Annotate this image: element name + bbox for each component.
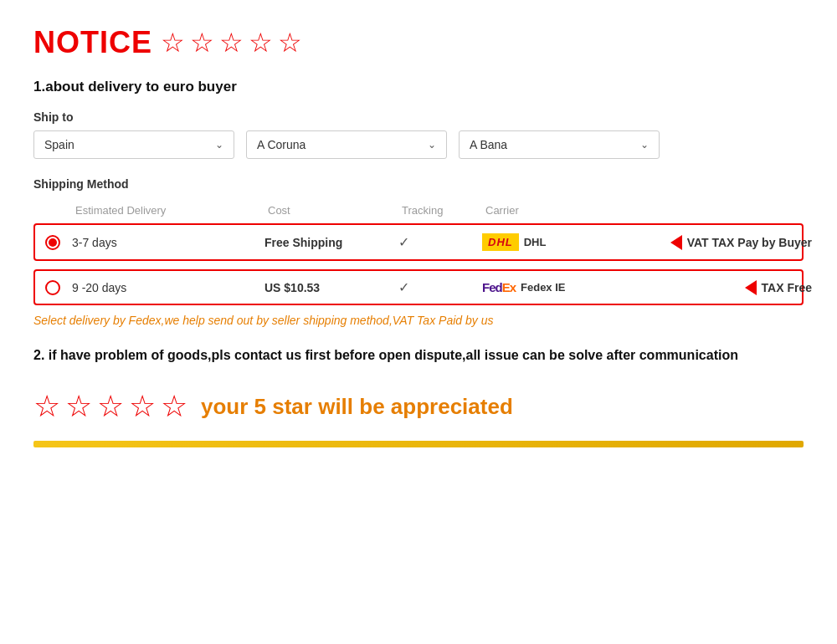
- radio-fedex[interactable]: [45, 280, 60, 295]
- dhl-logo: DHL: [482, 233, 519, 251]
- header-star-4: ☆: [249, 27, 273, 59]
- dhl-tracking-check: ✓: [398, 234, 482, 250]
- gold-bar: [33, 441, 804, 447]
- fedex-cost: US $10.53: [264, 281, 398, 294]
- header-stars: ☆ ☆ ☆ ☆ ☆: [161, 27, 302, 59]
- bottom-star-1: ☆: [33, 389, 60, 424]
- country-value: Spain: [44, 138, 74, 151]
- table-header: Estimated Delivery Cost Tracking Carrier: [33, 201, 804, 220]
- region-value: A Coruna: [257, 138, 306, 151]
- fedex-tracking-check: ✓: [398, 279, 482, 295]
- col-tracking: Tracking: [402, 204, 485, 217]
- header-star-1: ☆: [161, 27, 185, 59]
- fedex-days: 9 -20 days: [72, 281, 264, 294]
- fedex-carrier: FedEx Fedex IE: [482, 280, 616, 294]
- fedex-annotation: TAX Free: [745, 280, 812, 295]
- dhl-annotation-text: VAT TAX Pay by Buyer: [687, 236, 812, 249]
- fedex-annotation-text: TAX Free: [762, 281, 812, 294]
- header-star-5: ☆: [278, 27, 302, 59]
- dhl-days: 3-7 days: [72, 236, 264, 249]
- dhl-carrier: DHL DHL: [482, 233, 616, 251]
- dropdowns-row: Spain ⌄ A Coruna ⌄ A Bana ⌄: [33, 130, 804, 159]
- bottom-section: ☆ ☆ ☆ ☆ ☆ your 5 star will be appreciate…: [33, 389, 804, 424]
- shipping-notice-text: Select delivery by Fedex,we help send ou…: [33, 314, 804, 327]
- bottom-star-5: ☆: [161, 389, 187, 424]
- dhl-annotation: VAT TAX Pay by Buyer: [670, 235, 812, 250]
- bottom-star-2: ☆: [65, 389, 92, 424]
- city-dropdown[interactable]: A Bana ⌄: [459, 130, 660, 159]
- notice-title: NOTICE: [33, 25, 152, 60]
- bottom-star-4: ☆: [129, 389, 156, 424]
- fedex-logo: FedEx: [482, 280, 516, 294]
- dhl-cost: Free Shipping: [264, 236, 398, 249]
- fedex-carrier-name: Fedex IE: [521, 281, 565, 294]
- shipping-rows-container: 3-7 days Free Shipping ✓ DHL DHL VAT TAX…: [33, 223, 804, 305]
- header-star-2: ☆: [190, 27, 214, 59]
- dhl-carrier-name: DHL: [524, 236, 547, 248]
- col-cost: Cost: [268, 204, 402, 217]
- section1-heading: 1.about delivery to euro buyer: [33, 79, 804, 95]
- radio-dhl[interactable]: [45, 235, 60, 250]
- star-appreciation-text: your 5 star will be appreciated: [201, 394, 513, 420]
- dhl-arrow-icon: [670, 235, 682, 250]
- notice-header: NOTICE ☆ ☆ ☆ ☆ ☆: [33, 25, 804, 60]
- header-star-3: ☆: [219, 27, 244, 59]
- country-dropdown[interactable]: Spain ⌄: [33, 130, 234, 159]
- col-carrier: Carrier: [485, 204, 636, 217]
- country-chevron-icon: ⌄: [215, 139, 223, 151]
- fedex-row-inner: 9 -20 days US $10.53 ✓ FedEx Fedex IE: [72, 279, 792, 295]
- region-dropdown[interactable]: A Coruna ⌄: [246, 130, 447, 159]
- city-chevron-icon: ⌄: [640, 139, 649, 151]
- shipping-method-label: Shipping Method: [33, 177, 804, 191]
- ship-to-label: Ship to: [33, 110, 804, 124]
- region-chevron-icon: ⌄: [428, 139, 436, 151]
- section2-text: 2. if have problem of goods,pls contact …: [33, 345, 804, 365]
- fedex-arrow-icon: [745, 280, 757, 295]
- bottom-stars: ☆ ☆ ☆ ☆ ☆: [33, 389, 187, 424]
- col-estimated: Estimated Delivery: [75, 204, 268, 217]
- bottom-star-3: ☆: [97, 389, 124, 424]
- shipping-row-fedex[interactable]: 9 -20 days US $10.53 ✓ FedEx Fedex IE: [33, 269, 804, 305]
- city-value: A Bana: [470, 138, 507, 151]
